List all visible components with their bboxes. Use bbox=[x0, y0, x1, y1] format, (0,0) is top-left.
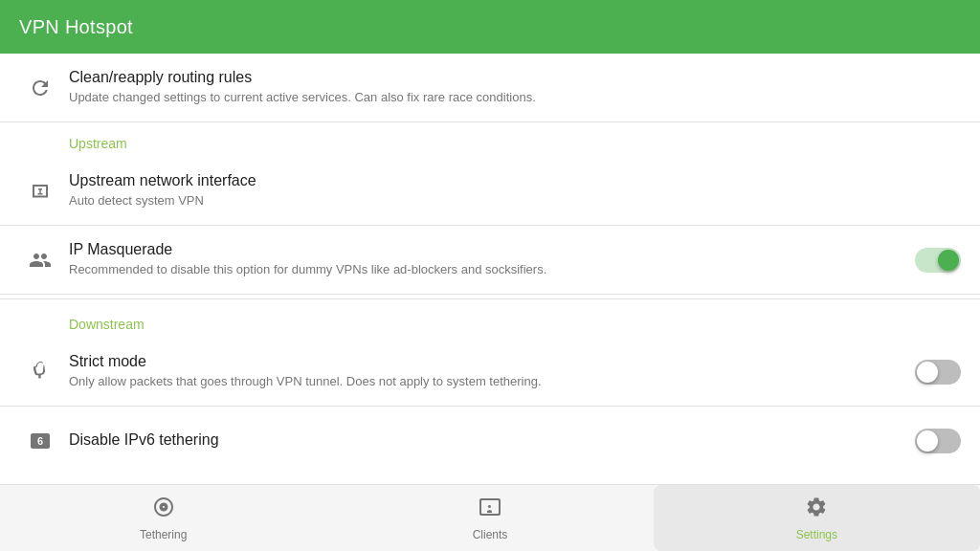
clients-label: Clients bbox=[473, 528, 508, 541]
tethering-label: Tethering bbox=[140, 528, 187, 541]
disable-ipv6-title: Disable IPv6 tethering bbox=[69, 431, 903, 449]
upstream-interface-row[interactable]: Upstream network interface Auto detect s… bbox=[0, 157, 980, 226]
clients-icon bbox=[479, 496, 501, 524]
ip-masquerade-row[interactable]: IP Masquerade Recommended to disable thi… bbox=[0, 226, 980, 295]
settings-icon bbox=[805, 496, 828, 524]
app-title: VPN Hotspot bbox=[19, 16, 133, 38]
ip-masquerade-toggle[interactable] bbox=[915, 248, 961, 273]
downstream-section-header: Downstream bbox=[0, 303, 980, 338]
strict-mode-subtitle: Only allow packets that goes through VPN… bbox=[69, 373, 903, 390]
hand-icon bbox=[19, 361, 61, 384]
nav-clients[interactable]: Clients bbox=[326, 485, 653, 551]
ip-masquerade-text: IP Masquerade Recommended to disable thi… bbox=[61, 241, 903, 278]
strict-mode-title: Strict mode bbox=[69, 353, 903, 370]
disable-ipv6-text: Disable IPv6 tethering bbox=[61, 431, 903, 452]
nav-settings[interactable]: Settings bbox=[654, 485, 980, 551]
network-icon bbox=[19, 180, 61, 203]
clean-reapply-text: Clean/reapply routing rules Update chang… bbox=[61, 69, 961, 106]
settings-label: Settings bbox=[796, 528, 837, 541]
refresh-icon bbox=[19, 77, 61, 99]
disable-ipv6-row[interactable]: 6 Disable IPv6 tethering bbox=[0, 407, 980, 475]
upstream-interface-title: Upstream network interface bbox=[69, 172, 961, 189]
settings-content: Clean/reapply routing rules Update chang… bbox=[0, 54, 980, 484]
six-badge-icon: 6 bbox=[19, 430, 61, 452]
strict-mode-row[interactable]: Strict mode Only allow packets that goes… bbox=[0, 338, 980, 407]
app-header: VPN Hotspot bbox=[0, 0, 980, 54]
upstream-interface-text: Upstream network interface Auto detect s… bbox=[61, 172, 961, 209]
strict-mode-toggle[interactable] bbox=[915, 360, 961, 385]
ip-masquerade-subtitle: Recommended to disable this option for d… bbox=[69, 261, 903, 278]
clean-reapply-title: Clean/reapply routing rules bbox=[69, 69, 961, 86]
nav-tethering[interactable]: Tethering bbox=[0, 485, 326, 551]
svg-text:6: 6 bbox=[37, 435, 43, 447]
people-icon bbox=[19, 249, 61, 272]
strict-mode-text: Strict mode Only allow packets that goes… bbox=[61, 353, 903, 390]
clean-reapply-subtitle: Update changed settings to current activ… bbox=[69, 89, 961, 106]
bottom-navigation: Tethering Clients Settings bbox=[0, 484, 980, 551]
disable-ipv6-toggle[interactable] bbox=[915, 429, 961, 453]
tethering-icon bbox=[152, 496, 175, 524]
clean-reapply-row[interactable]: Clean/reapply routing rules Update chang… bbox=[0, 54, 980, 122]
upstream-section-header: Upstream bbox=[0, 122, 980, 157]
upstream-interface-subtitle: Auto detect system VPN bbox=[69, 192, 961, 209]
ip-masquerade-title: IP Masquerade bbox=[69, 241, 903, 258]
